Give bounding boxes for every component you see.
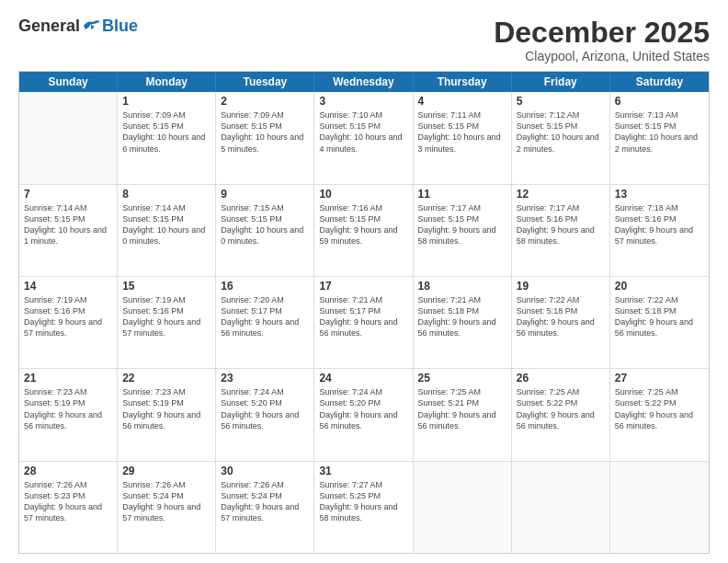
cell-info: Sunrise: 7:14 AMSunset: 5:15 PMDaylight:… [122, 202, 210, 247]
day-number: 12 [517, 188, 605, 201]
cell-info: Sunrise: 7:19 AMSunset: 5:16 PMDaylight:… [122, 294, 210, 339]
cell-info: Sunrise: 7:19 AMSunset: 5:16 PMDaylight:… [24, 294, 112, 339]
cell-info: Sunrise: 7:18 AMSunset: 5:16 PMDaylight:… [615, 202, 704, 247]
calendar-cell: 18Sunrise: 7:21 AMSunset: 5:18 PMDayligh… [414, 277, 512, 368]
cell-info: Sunrise: 7:09 AMSunset: 5:15 PMDaylight:… [122, 109, 210, 155]
cell-info: Sunrise: 7:25 AMSunset: 5:22 PMDaylight:… [615, 386, 704, 431]
cell-info: Sunrise: 7:24 AMSunset: 5:20 PMDaylight:… [319, 386, 407, 431]
calendar-cell: 9Sunrise: 7:15 AMSunset: 5:15 PMDaylight… [216, 185, 314, 276]
calendar-row: 7Sunrise: 7:14 AMSunset: 5:15 PMDaylight… [19, 185, 709, 277]
day-number: 28 [24, 465, 112, 477]
calendar-cell: 30Sunrise: 7:26 AMSunset: 5:24 PMDayligh… [216, 462, 314, 553]
cell-info: Sunrise: 7:13 AMSunset: 5:15 PMDaylight:… [615, 109, 704, 155]
calendar-cell: 19Sunrise: 7:22 AMSunset: 5:18 PMDayligh… [512, 277, 610, 368]
cell-info: Sunrise: 7:25 AMSunset: 5:22 PMDaylight:… [517, 386, 605, 431]
cell-info: Sunrise: 7:16 AMSunset: 5:15 PMDaylight:… [319, 202, 407, 247]
calendar-cell [414, 462, 512, 553]
calendar-cell: 5Sunrise: 7:12 AMSunset: 5:15 PMDaylight… [512, 92, 610, 183]
day-number: 31 [319, 465, 407, 477]
calendar-cell: 17Sunrise: 7:21 AMSunset: 5:17 PMDayligh… [314, 277, 413, 368]
calendar-row: 14Sunrise: 7:19 AMSunset: 5:16 PMDayligh… [19, 277, 709, 369]
day-number: 21 [24, 372, 112, 385]
cell-info: Sunrise: 7:12 AMSunset: 5:15 PMDaylight:… [517, 109, 605, 155]
cell-info: Sunrise: 7:26 AMSunset: 5:24 PMDaylight:… [221, 479, 309, 524]
calendar-body: 1Sunrise: 7:09 AMSunset: 5:15 PMDaylight… [19, 92, 709, 553]
cell-info: Sunrise: 7:09 AMSunset: 5:15 PMDaylight:… [221, 109, 309, 155]
day-number: 23 [221, 372, 309, 385]
day-number: 2 [221, 95, 309, 108]
weekday-header: Friday [512, 72, 610, 92]
cell-info: Sunrise: 7:10 AMSunset: 5:15 PMDaylight:… [319, 109, 407, 155]
weekday-header: Tuesday [216, 72, 314, 92]
cell-info: Sunrise: 7:15 AMSunset: 5:15 PMDaylight:… [221, 202, 309, 247]
weekday-header: Saturday [610, 72, 709, 92]
logo-bird-icon [82, 18, 102, 35]
cell-info: Sunrise: 7:17 AMSunset: 5:15 PMDaylight:… [418, 202, 506, 247]
cell-info: Sunrise: 7:14 AMSunset: 5:15 PMDaylight:… [24, 202, 112, 247]
cell-info: Sunrise: 7:11 AMSunset: 5:15 PMDaylight:… [418, 109, 506, 155]
month-title: December 2025 [494, 17, 710, 49]
day-number: 24 [319, 372, 407, 385]
day-number: 22 [122, 372, 210, 385]
day-number: 15 [122, 280, 210, 293]
calendar-cell: 28Sunrise: 7:26 AMSunset: 5:23 PMDayligh… [19, 462, 118, 553]
day-number: 7 [24, 188, 112, 201]
weekday-header: Monday [118, 72, 216, 92]
calendar-cell: 25Sunrise: 7:25 AMSunset: 5:21 PMDayligh… [414, 369, 512, 460]
calendar-cell: 14Sunrise: 7:19 AMSunset: 5:16 PMDayligh… [19, 277, 118, 368]
cell-info: Sunrise: 7:22 AMSunset: 5:18 PMDaylight:… [615, 294, 704, 339]
logo-blue-text: Blue [102, 17, 138, 36]
cell-info: Sunrise: 7:27 AMSunset: 5:25 PMDaylight:… [319, 479, 407, 524]
page: General Blue December 2025 Claypool, Ari… [0, 0, 728, 563]
cell-info: Sunrise: 7:17 AMSunset: 5:16 PMDaylight:… [517, 202, 605, 247]
calendar-cell: 22Sunrise: 7:23 AMSunset: 5:19 PMDayligh… [118, 369, 216, 460]
calendar-cell [610, 462, 709, 553]
cell-info: Sunrise: 7:26 AMSunset: 5:24 PMDaylight:… [122, 479, 210, 524]
calendar-row: 21Sunrise: 7:23 AMSunset: 5:19 PMDayligh… [19, 369, 709, 461]
calendar-cell: 12Sunrise: 7:17 AMSunset: 5:16 PMDayligh… [512, 185, 610, 276]
calendar-cell: 6Sunrise: 7:13 AMSunset: 5:15 PMDaylight… [610, 92, 709, 183]
calendar-cell: 13Sunrise: 7:18 AMSunset: 5:16 PMDayligh… [610, 185, 709, 276]
cell-info: Sunrise: 7:22 AMSunset: 5:18 PMDaylight:… [517, 294, 605, 339]
calendar-cell: 10Sunrise: 7:16 AMSunset: 5:15 PMDayligh… [314, 185, 413, 276]
weekday-header: Sunday [19, 72, 118, 92]
calendar: SundayMondayTuesdayWednesdayThursdayFrid… [18, 71, 710, 554]
calendar-cell: 15Sunrise: 7:19 AMSunset: 5:16 PMDayligh… [118, 277, 216, 368]
day-number: 19 [517, 280, 605, 293]
calendar-cell: 23Sunrise: 7:24 AMSunset: 5:20 PMDayligh… [216, 369, 314, 460]
title-section: December 2025 Claypool, Arizona, United … [494, 17, 710, 63]
calendar-cell: 3Sunrise: 7:10 AMSunset: 5:15 PMDaylight… [314, 92, 413, 183]
calendar-cell: 21Sunrise: 7:23 AMSunset: 5:19 PMDayligh… [19, 369, 118, 460]
day-number: 5 [517, 95, 605, 108]
calendar-cell: 8Sunrise: 7:14 AMSunset: 5:15 PMDaylight… [118, 185, 216, 276]
weekday-header: Thursday [414, 72, 512, 92]
calendar-cell: 2Sunrise: 7:09 AMSunset: 5:15 PMDaylight… [216, 92, 314, 183]
calendar-cell: 1Sunrise: 7:09 AMSunset: 5:15 PMDaylight… [118, 92, 216, 183]
day-number: 16 [221, 280, 309, 293]
day-number: 26 [517, 372, 605, 385]
cell-info: Sunrise: 7:23 AMSunset: 5:19 PMDaylight:… [24, 386, 112, 431]
calendar-cell: 20Sunrise: 7:22 AMSunset: 5:18 PMDayligh… [610, 277, 709, 368]
cell-info: Sunrise: 7:21 AMSunset: 5:17 PMDaylight:… [319, 294, 407, 339]
day-number: 11 [418, 188, 506, 201]
calendar-cell: 26Sunrise: 7:25 AMSunset: 5:22 PMDayligh… [512, 369, 610, 460]
logo: General Blue [18, 17, 138, 36]
weekday-header: Wednesday [314, 72, 413, 92]
location: Claypool, Arizona, United States [494, 49, 710, 63]
day-number: 29 [122, 465, 210, 477]
calendar-cell: 7Sunrise: 7:14 AMSunset: 5:15 PMDaylight… [19, 185, 118, 276]
day-number: 20 [615, 280, 704, 293]
day-number: 13 [615, 188, 704, 201]
day-number: 10 [319, 188, 407, 201]
cell-info: Sunrise: 7:23 AMSunset: 5:19 PMDaylight:… [122, 386, 210, 431]
logo-general-text: General [18, 17, 80, 36]
day-number: 8 [122, 188, 210, 201]
day-number: 27 [615, 372, 704, 385]
calendar-cell: 11Sunrise: 7:17 AMSunset: 5:15 PMDayligh… [414, 185, 512, 276]
day-number: 4 [418, 95, 506, 108]
cell-info: Sunrise: 7:24 AMSunset: 5:20 PMDaylight:… [221, 386, 309, 431]
calendar-cell: 4Sunrise: 7:11 AMSunset: 5:15 PMDaylight… [414, 92, 512, 183]
day-number: 25 [418, 372, 506, 385]
day-number: 1 [122, 95, 210, 108]
day-number: 14 [24, 280, 112, 293]
